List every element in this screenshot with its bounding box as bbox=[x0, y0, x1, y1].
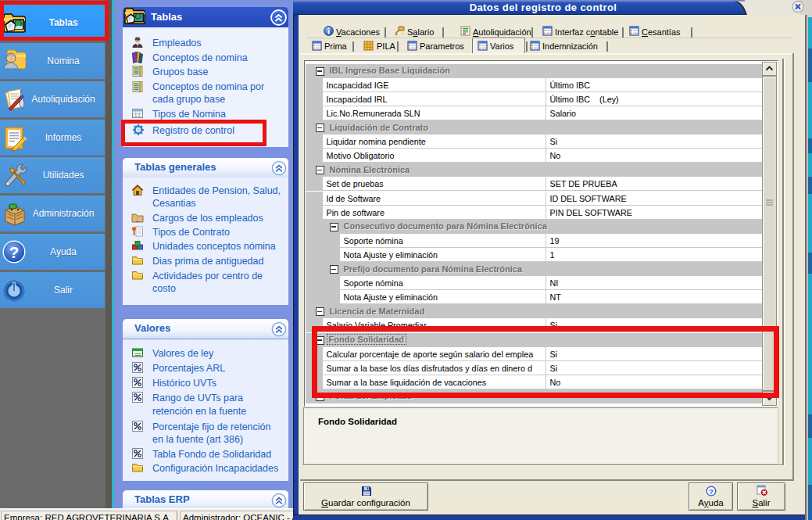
svg-text:?: ? bbox=[709, 487, 714, 496]
svg-text:?: ? bbox=[9, 243, 20, 261]
svg-text:Datos del registro de control: Datos del registro de control bbox=[470, 2, 617, 13]
